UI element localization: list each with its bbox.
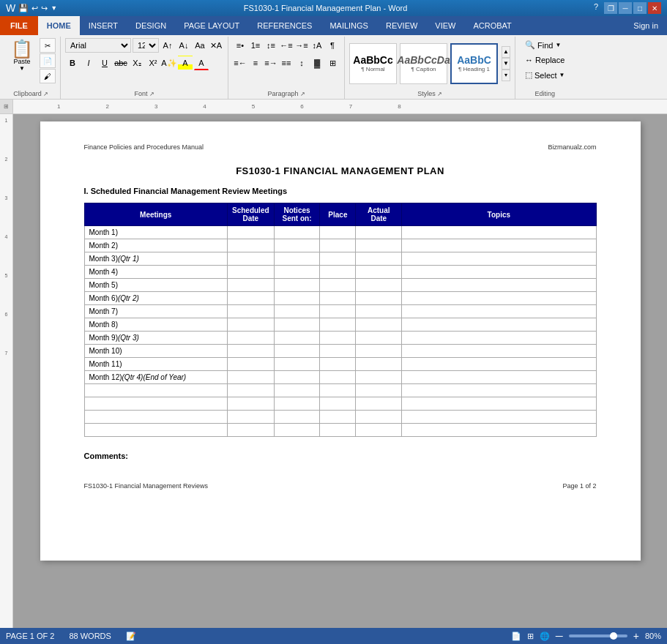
multilevel-button[interactable]: ↕≡ [264, 38, 278, 53]
highlight-button[interactable]: A [178, 56, 193, 70]
cell-notices [274, 358, 320, 371]
replace-button[interactable]: ↔ Replace [520, 53, 570, 67]
decrease-indent-button[interactable]: ←≡ [279, 38, 294, 53]
col-header-notices: Notices Sent on: [274, 203, 320, 226]
restore-button[interactable]: ❐ [604, 2, 617, 14]
vertical-ruler: 1 2 3 4 5 6 7 [0, 114, 13, 628]
cell-actual [356, 411, 402, 424]
increase-indent-button[interactable]: →≡ [294, 38, 309, 53]
cell-scheduled [227, 345, 274, 358]
bold-button[interactable]: B [65, 56, 80, 70]
page-info: PAGE 1 OF 2 [6, 632, 54, 640]
cell-topics [402, 226, 596, 239]
font-family-select[interactable]: Arial [65, 38, 131, 53]
paragraph-content: ≡• 1≡ ↕≡ ←≡ →≡ ↕A ¶ ≡← ≡ ≡→ ≡≡ ↕ ▓ ⊞ [233, 38, 340, 89]
clear-format-button[interactable]: ✕A [209, 38, 223, 53]
text-effect-button[interactable]: A✨ [162, 56, 176, 70]
zoom-out-button[interactable]: ─ [556, 630, 563, 642]
font-color-button[interactable]: A [194, 56, 209, 70]
numbering-button[interactable]: 1≡ [248, 38, 263, 53]
tab-file[interactable]: FILE [0, 16, 38, 35]
table-row: Month 5) [84, 279, 596, 292]
justify-button[interactable]: ≡≡ [279, 56, 294, 70]
cell-topics [402, 358, 596, 371]
font-row-2: B I U abc X₂ X² A✨ A A [65, 56, 209, 70]
paste-dropdown[interactable]: ▼ [19, 65, 25, 72]
font-size-select[interactable]: 12 [133, 38, 159, 53]
italic-button[interactable]: I [81, 56, 96, 70]
shading-button[interactable]: ▓ [310, 56, 324, 70]
show-marks-button[interactable]: ¶ [325, 38, 340, 53]
quick-access-redo[interactable]: ↪ [41, 4, 48, 13]
paste-button[interactable]: 📋 Paste ▼ [6, 38, 38, 74]
quick-access-more[interactable]: ▼ [51, 4, 57, 12]
quick-access-save[interactable]: 💾 [18, 4, 29, 13]
cut-button[interactable]: ✂ [40, 38, 56, 53]
cell-place [320, 318, 356, 332]
clipboard-expand-icon[interactable]: ↗ [43, 91, 48, 97]
tab-acrobat[interactable]: ACROBAT [464, 16, 520, 35]
word-icon: W [6, 2, 15, 14]
align-left-button[interactable]: ≡← [233, 56, 247, 70]
find-button[interactable]: 🔍 Find ▼ [520, 38, 566, 52]
tab-home[interactable]: HOME [38, 16, 80, 35]
minimize-button[interactable]: ─ [619, 2, 632, 14]
close-button[interactable]: ✕ [648, 2, 661, 14]
bullets-button[interactable]: ≡• [233, 38, 247, 53]
copy-button[interactable]: 📄 [40, 53, 56, 68]
underline-button[interactable]: U [97, 56, 112, 70]
cell-meeting: Month 7) [84, 305, 227, 318]
sort-button[interactable]: ↕A [310, 38, 324, 53]
select-button[interactable]: ⬚ Select ▼ [520, 68, 570, 82]
find-dropdown[interactable]: ▼ [555, 42, 561, 48]
styles-expand[interactable]: ▾ [502, 70, 510, 81]
cell-scheduled [227, 358, 274, 371]
view-web-button[interactable]: 🌐 [540, 632, 550, 641]
cell-actual [356, 358, 402, 371]
tab-sign-in[interactable]: Sign in [625, 16, 667, 35]
subscript-button[interactable]: X₂ [130, 56, 144, 70]
align-right-button[interactable]: ≡→ [264, 56, 278, 70]
view-print-button[interactable]: 📄 [511, 632, 521, 641]
proofing-icon[interactable]: 📝 [126, 632, 136, 641]
align-center-button[interactable]: ≡ [248, 56, 263, 70]
superscript-button[interactable]: X² [146, 56, 160, 70]
line-spacing-button[interactable]: ↕ [294, 56, 309, 70]
format-painter-button[interactable]: 🖌 [40, 69, 56, 83]
quick-access-undo[interactable]: ↩ [31, 4, 38, 13]
paragraph-expand-icon[interactable]: ↗ [300, 91, 305, 97]
borders-button[interactable]: ⊞ [325, 56, 340, 70]
style-normal[interactable]: AaBbCc ¶ Normal [349, 43, 397, 84]
tab-references[interactable]: REFERENCES [248, 16, 321, 35]
select-dropdown[interactable]: ▼ [559, 72, 565, 78]
cell-place [320, 226, 356, 239]
decrease-font-button[interactable]: A↓ [176, 38, 191, 53]
tab-view[interactable]: VIEW [426, 16, 464, 35]
styles-scroll-up[interactable]: ▲ [502, 46, 510, 58]
strikethrough-button[interactable]: abc [113, 56, 128, 70]
cell-scheduled [227, 411, 274, 424]
document-page[interactable]: Finance Policies and Procedures Manual B… [40, 121, 641, 561]
styles-label: Styles ↗ [349, 89, 510, 97]
zoom-in-button[interactable]: + [633, 630, 639, 642]
tab-mailings[interactable]: MAILINGS [321, 16, 377, 35]
style-caption[interactable]: AaBbCcDa ¶ Caption [400, 43, 447, 84]
tab-design[interactable]: DESIGN [127, 16, 175, 35]
maximize-button[interactable]: □ [633, 2, 646, 14]
tab-page-layout[interactable]: PAGE LAYOUT [175, 16, 248, 35]
styles-expand-icon[interactable]: ↗ [437, 91, 442, 97]
font-expand-icon[interactable]: ↗ [149, 91, 154, 97]
style-heading1[interactable]: AaBbC ¶ Heading 1 [450, 43, 498, 84]
help-button[interactable]: ? [594, 2, 598, 14]
cell-actual [356, 252, 402, 266]
cell-scheduled [227, 305, 274, 318]
styles-scroll-down[interactable]: ▼ [502, 58, 510, 70]
header-right: Bizmanualz.com [548, 143, 596, 151]
increase-font-button[interactable]: A↑ [160, 38, 175, 53]
tab-review[interactable]: REVIEW [377, 16, 426, 35]
zoom-slider[interactable] [569, 634, 627, 637]
tab-insert[interactable]: INSERT [80, 16, 127, 35]
cell-scheduled [227, 226, 274, 239]
view-fullscreen-button[interactable]: ⊞ [527, 632, 534, 641]
change-case-button[interactable]: Aa [193, 38, 207, 53]
